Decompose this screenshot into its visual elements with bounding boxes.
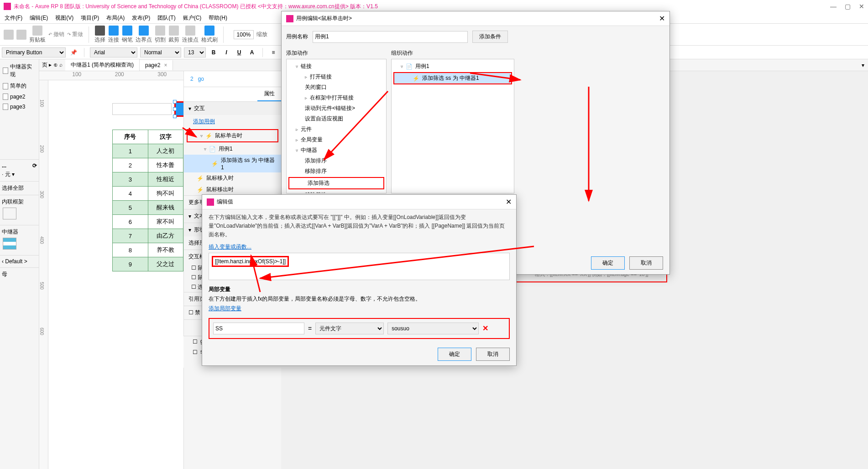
redo-label[interactable]: ↷ 重做 xyxy=(67,31,83,38)
default-lib[interactable]: ‹ Default > xyxy=(2,258,37,265)
case-name-input[interactable] xyxy=(313,31,468,43)
tool-zoom[interactable]: 缩放 xyxy=(256,31,267,38)
tab-close-icon[interactable]: × xyxy=(164,62,167,68)
page-item[interactable]: page3 xyxy=(2,102,37,112)
menu-project[interactable]: 项目(P) xyxy=(78,13,102,23)
left-panel: 中继器实现 简单的 page2 page3 ...⟳ · 元 ▾ 选择全部 内联… xyxy=(0,59,39,469)
organize-action[interactable]: ⚡添加筛选 ss 为 中继器1 xyxy=(393,72,512,84)
undo-label[interactable]: ↶ 撤销 xyxy=(48,31,64,38)
search-field-widget[interactable] xyxy=(112,103,172,115)
delete-var-icon[interactable]: ✕ xyxy=(482,324,488,333)
menu-view[interactable]: 视图(V) xyxy=(52,13,76,23)
action-open-link[interactable]: ▹打开链接 xyxy=(287,72,386,82)
cancel-button[interactable]: 取消 xyxy=(476,348,510,361)
event-onclick[interactable]: ▿⚡鼠标单击时 xyxy=(187,129,278,142)
color-button[interactable]: A xyxy=(247,47,257,57)
dialog-title-bar[interactable]: 用例编辑<鼠标单击时> ✕ xyxy=(282,11,669,26)
menu-arrange[interactable]: 布局(A) xyxy=(104,13,127,23)
tool-crop[interactable]: 裁剪 xyxy=(168,26,179,44)
var-name-input[interactable] xyxy=(213,323,304,334)
tool-cut[interactable] xyxy=(4,30,14,40)
action-remove-filter[interactable]: 移除筛选 xyxy=(287,190,386,193)
page-item[interactable]: 简单的 xyxy=(2,80,37,92)
masters-label[interactable]: 母 xyxy=(2,271,37,278)
tab-page2[interactable]: page2× xyxy=(140,60,173,70)
pages-panel-tab[interactable]: 页 ▸ ⊕ ⌕ xyxy=(39,61,65,69)
design-canvas[interactable]: 100200300 100200300 400500600 GO 2 1 序号汉… xyxy=(39,71,183,469)
action-repeater-group[interactable]: ▿中继器 xyxy=(287,145,386,156)
bolt-icon: ⚡ xyxy=(197,187,204,193)
menu-publish[interactable]: 发布(P) xyxy=(129,13,153,23)
action-link-group[interactable]: ▿链接 xyxy=(287,61,386,72)
cancel-button[interactable]: 取消 xyxy=(629,256,663,270)
event-onmousein[interactable]: ⚡鼠标移入时 xyxy=(184,172,281,184)
bold-button[interactable]: B xyxy=(209,47,219,57)
add-case-link[interactable]: 添加用例 xyxy=(184,115,224,128)
action-remove-sort[interactable]: 移除排序 xyxy=(287,166,386,177)
minimize-icon[interactable]: — xyxy=(830,3,837,10)
menu-edit[interactable]: 编辑(E) xyxy=(27,13,51,23)
tab-repeater[interactable]: 中继器1 (简单的模糊查询) xyxy=(65,59,140,71)
page-icon xyxy=(3,94,8,100)
size-select[interactable]: 13 xyxy=(184,47,206,57)
tab-properties[interactable]: 属性 xyxy=(257,87,281,101)
tool-slice[interactable]: 切割 xyxy=(155,26,166,44)
action-close-window[interactable]: 关闭窗口 xyxy=(287,82,386,93)
case-item[interactable]: ▿📄 用例1 xyxy=(184,143,281,155)
font-select[interactable]: Arial xyxy=(90,47,137,57)
dialog-close-icon[interactable]: ✕ xyxy=(506,198,512,206)
action-set-adaptive[interactable]: 设置自适应视图 xyxy=(287,114,386,124)
underline-button[interactable]: U xyxy=(234,47,244,57)
expression-textarea[interactable]: [[Item.hanzi.indexOf(SS)>-1]] xyxy=(209,253,510,280)
action-scroll-to[interactable]: 滚动到元件<锚链接> xyxy=(287,103,386,114)
var-target-select[interactable]: sousuo xyxy=(387,323,479,334)
tool-select[interactable]: 选择 xyxy=(94,26,105,44)
weight-select[interactable]: Normal xyxy=(140,47,181,57)
menu-account[interactable]: 账户(C) xyxy=(180,13,204,23)
maximize-icon[interactable]: ▢ xyxy=(845,3,851,10)
close-icon[interactable]: ✕ xyxy=(859,3,864,10)
widget-type-select[interactable]: Primary Button xyxy=(2,47,66,57)
section-interaction[interactable]: ▾ 交互 xyxy=(184,102,281,115)
page-item[interactable]: 中继器实现 xyxy=(2,61,37,80)
select-all[interactable]: 选择全部 xyxy=(2,184,37,192)
page-item[interactable]: page2 xyxy=(2,92,37,102)
library-section: ...⟳ · 元 ▾ xyxy=(0,159,39,181)
action-open-in-frame[interactable]: ▹在框架中打开链接 xyxy=(287,93,386,103)
dialog-title-bar[interactable]: 编辑值 ✕ xyxy=(202,195,516,209)
tool-clipboard[interactable]: 剪贴板 xyxy=(29,26,46,44)
action-global-var[interactable]: ▹全局变量 xyxy=(287,135,386,145)
tool-border[interactable]: 边界点 xyxy=(136,26,152,44)
insert-var-link[interactable]: 插入变量或函数... xyxy=(202,243,258,251)
tool-pen[interactable]: 钢笔 xyxy=(122,26,133,44)
repeater-table[interactable]: 序号汉字 1人之初 2性本善 3性相近 4狗不叫 5醒来钱 6家不叫 7由乙方 … xyxy=(112,130,183,271)
widget-repeater[interactable] xyxy=(3,238,16,250)
tool-connect[interactable]: 连接 xyxy=(108,26,119,44)
action-item[interactable]: ⚡添加筛选 ss 为 中继器1 xyxy=(184,155,281,172)
menu-team[interactable]: 团队(T) xyxy=(155,13,178,23)
event-onmouseout[interactable]: ⚡鼠标移出时 xyxy=(184,184,281,195)
table-row: 2性本善 xyxy=(113,158,183,172)
dialog-close-icon[interactable]: ✕ xyxy=(659,14,665,23)
pin-icon[interactable]: 📌 xyxy=(68,47,78,57)
var-type-select[interactable]: 元件文字 xyxy=(315,323,384,334)
align-left-button[interactable]: ≡ xyxy=(268,47,278,57)
tool-connpoint[interactable]: 连接点 xyxy=(182,26,199,44)
tool-format[interactable]: 格式刷 xyxy=(201,26,218,44)
ok-button[interactable]: 确定 xyxy=(438,348,471,361)
add-condition-button[interactable]: 添加条件 xyxy=(472,31,508,43)
value-description: 在下方编辑区输入文本，变量名称或表达式要写在 "[["]]" 中。例如：插入变量… xyxy=(202,209,516,243)
widget-iframe[interactable] xyxy=(3,208,16,219)
organize-case[interactable]: ▿📄 用例1 xyxy=(392,61,514,72)
tool-copy[interactable] xyxy=(16,30,26,40)
menu-file[interactable]: 文件(F) xyxy=(2,13,25,23)
action-add-sort[interactable]: 添加排序 xyxy=(287,156,386,166)
action-widget-group[interactable]: ▹元件 xyxy=(287,124,386,135)
menu-help[interactable]: 帮助(H) xyxy=(206,13,230,23)
tab-overflow[interactable]: ▾ xyxy=(858,62,868,68)
zoom-level[interactable]: 100% xyxy=(234,30,254,39)
ok-button[interactable]: 确定 xyxy=(591,256,625,270)
italic-button[interactable]: I xyxy=(221,47,231,57)
add-local-var-link[interactable]: 添加局部变量 xyxy=(209,303,241,314)
action-add-filter[interactable]: 添加筛选 xyxy=(288,177,384,189)
